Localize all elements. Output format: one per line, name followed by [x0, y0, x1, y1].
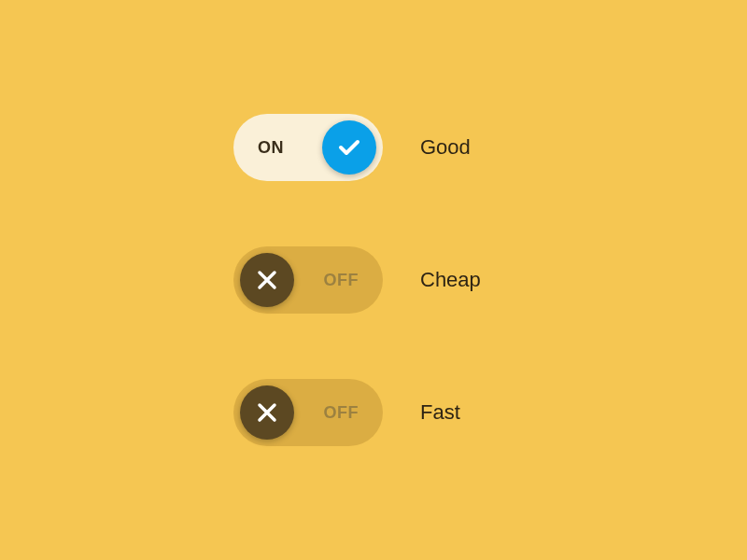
toggle-knob [240, 253, 294, 307]
toggle-row-fast: OFF Fast [233, 379, 514, 446]
toggle-cheap[interactable]: OFF [233, 246, 383, 314]
check-icon [334, 133, 364, 162]
toggle-row-cheap: OFF Cheap [233, 246, 514, 314]
toggle-fast[interactable]: OFF [233, 379, 383, 446]
toggle-label-fast: Fast [420, 400, 514, 425]
toggle-row-good: ON Good [233, 114, 514, 181]
toggle-state-label: ON [258, 138, 284, 158]
toggle-state-label: OFF [324, 403, 359, 423]
toggle-knob [322, 120, 376, 175]
toggle-knob [240, 385, 294, 440]
toggle-label-cheap: Cheap [420, 268, 514, 292]
cross-icon [254, 399, 280, 426]
cross-icon [254, 267, 280, 293]
toggle-label-good: Good [420, 135, 514, 160]
toggle-state-label: OFF [324, 271, 359, 290]
toggle-good[interactable]: ON [233, 114, 383, 181]
toggle-list: ON Good OFF Cheap [233, 114, 514, 446]
